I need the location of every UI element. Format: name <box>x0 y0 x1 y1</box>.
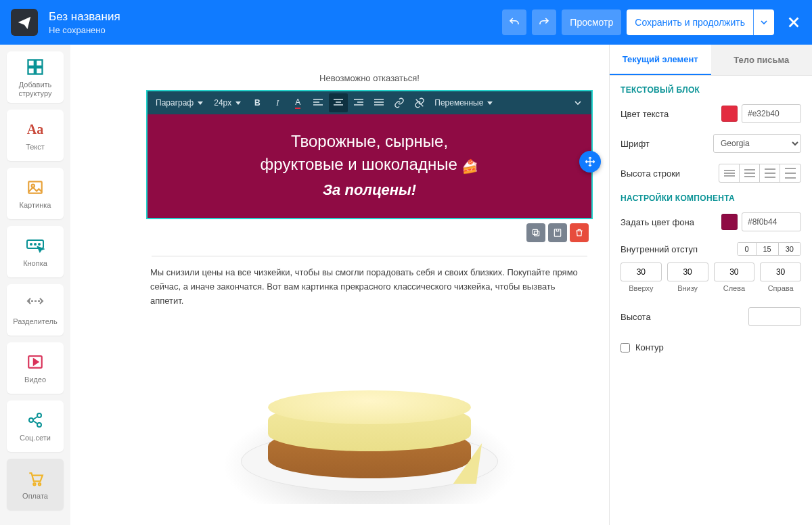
move-handle[interactable] <box>579 151 601 173</box>
italic-button[interactable]: I <box>268 93 287 112</box>
save-continue-button[interactable]: Сохранить и продолжить <box>627 9 753 35</box>
svg-point-12 <box>37 413 41 417</box>
svg-rect-4 <box>28 182 42 193</box>
align-center-button[interactable] <box>329 93 348 112</box>
app-header: Без названия Не сохранено Просмотр Сохра… <box>0 0 812 45</box>
tool-text[interactable]: Aa Текст <box>7 110 64 161</box>
duplicate-button[interactable] <box>526 223 545 242</box>
undo-button[interactable] <box>502 9 526 35</box>
tab-body[interactable]: Тело письма <box>711 45 813 75</box>
tool-structure[interactable]: Добавить структуру <box>7 51 64 103</box>
align-right-button[interactable] <box>349 93 368 112</box>
properties-panel: Текущий элемент Тело письма ТЕКСТОВЫЙ БЛ… <box>609 45 812 525</box>
canvas-area[interactable]: Невозможно отказаться! Параграф 24px B I… <box>70 45 609 525</box>
font-label: Шрифт <box>621 139 713 149</box>
pad-bottom-input[interactable] <box>667 262 708 281</box>
pad-right-input[interactable] <box>760 262 801 281</box>
block-actions <box>146 219 593 246</box>
hero-line-2: фруктовые и шоколадные 🍰 <box>168 155 571 175</box>
tool-payment[interactable]: Оплата <box>7 459 64 510</box>
svg-rect-1 <box>36 60 42 66</box>
selected-text-block[interactable]: Параграф 24px B I A Переменные Творожные… <box>146 90 593 219</box>
lh-xloose[interactable] <box>780 164 800 182</box>
save-block-button[interactable] <box>548 223 567 242</box>
unlink-button[interactable] <box>410 93 429 112</box>
bg-color-input[interactable] <box>742 212 801 231</box>
document-title[interactable]: Без названия <box>49 10 497 24</box>
padding-label: Внутренний отступ <box>621 244 737 254</box>
section-component: НАСТРОЙКИ КОМПОНЕНТА <box>621 193 801 203</box>
font-size-select[interactable]: 24px <box>210 95 246 110</box>
preset-30[interactable]: 30 <box>779 243 800 255</box>
svg-point-13 <box>37 423 41 427</box>
svg-rect-2 <box>28 68 35 74</box>
link-button[interactable] <box>390 93 409 112</box>
text-color-input[interactable] <box>742 104 801 123</box>
tool-image[interactable]: Картинка <box>7 168 64 219</box>
tool-divider[interactable]: Разделитель <box>7 284 64 336</box>
tab-current-element[interactable]: Текущий элемент <box>610 45 711 75</box>
svg-point-9 <box>39 244 40 245</box>
tool-button[interactable]: Кнопка <box>7 226 64 277</box>
bold-button[interactable]: B <box>248 93 267 112</box>
cheesecake-image <box>221 328 518 504</box>
hero-text-content[interactable]: Творожные, сырные, фруктовые и шоколадны… <box>148 114 591 218</box>
height-input[interactable] <box>748 307 801 326</box>
collapse-toolbar-button[interactable] <box>568 93 587 112</box>
bg-color-label: Задать цвет фона <box>621 217 721 227</box>
svg-rect-17 <box>533 229 537 234</box>
preview-button[interactable]: Просмотр <box>562 9 621 35</box>
preset-0[interactable]: 0 <box>738 243 756 255</box>
document-title-block: Без названия Не сохранено <box>49 10 497 35</box>
line-height-group <box>719 164 801 183</box>
panel-tabs: Текущий элемент Тело письма <box>610 45 812 76</box>
variables-select[interactable]: Переменные <box>430 95 498 110</box>
outline-checkbox[interactable] <box>621 343 630 352</box>
tool-social[interactable]: Соц.сети <box>7 401 64 452</box>
content-divider <box>152 256 587 256</box>
svg-point-15 <box>39 483 41 485</box>
text-color-swatch[interactable] <box>721 106 738 122</box>
font-select[interactable]: Georgia <box>713 134 801 153</box>
align-left-button[interactable] <box>309 93 328 112</box>
paragraph-style-select[interactable]: Параграф <box>152 95 208 110</box>
bg-color-swatch[interactable] <box>721 214 738 230</box>
align-justify-button[interactable] <box>369 93 388 112</box>
preset-15[interactable]: 15 <box>757 243 779 255</box>
lh-loose[interactable] <box>760 164 780 182</box>
svg-point-14 <box>33 483 35 485</box>
text-color-button[interactable]: A <box>288 93 307 112</box>
svg-rect-0 <box>28 60 35 66</box>
teaser-text[interactable]: Невозможно отказаться! <box>146 73 593 83</box>
body-paragraph[interactable]: Мы снизили цены на все чизкейки, чтобы в… <box>146 266 593 321</box>
padding-presets: 0 15 30 <box>737 242 801 256</box>
app-logo <box>11 9 38 36</box>
hero-line-3: За полцены! <box>168 181 571 199</box>
lh-normal[interactable] <box>740 164 760 182</box>
tool-video[interactable]: Видео <box>7 342 64 394</box>
hero-line-1: Творожные, сырные, <box>168 132 571 151</box>
redo-button[interactable] <box>532 9 556 35</box>
grid-icon <box>26 56 45 78</box>
svg-rect-18 <box>554 229 560 237</box>
save-dropdown-button[interactable] <box>753 9 774 35</box>
lh-tight[interactable] <box>719 164 740 182</box>
svg-rect-3 <box>36 68 42 74</box>
close-button[interactable] <box>786 15 801 30</box>
video-icon <box>26 351 44 373</box>
text-color-label: Цвет текста <box>621 109 721 119</box>
svg-point-8 <box>35 244 36 245</box>
divider-icon <box>26 293 44 315</box>
text-icon: Aa <box>27 118 43 140</box>
line-height-label: Высота строки <box>621 168 719 179</box>
button-icon <box>26 235 45 256</box>
svg-point-7 <box>30 244 32 245</box>
delete-button[interactable] <box>570 223 589 242</box>
svg-point-11 <box>29 418 33 422</box>
padding-inputs: Вверху Внизу Слева Справа <box>621 262 801 292</box>
pad-left-input[interactable] <box>714 262 755 281</box>
element-palette: Добавить структуру Aa Текст Картинка Кно… <box>0 45 70 525</box>
pad-top-input[interactable] <box>621 262 662 281</box>
cart-icon <box>26 467 44 489</box>
image-block[interactable] <box>146 321 593 518</box>
